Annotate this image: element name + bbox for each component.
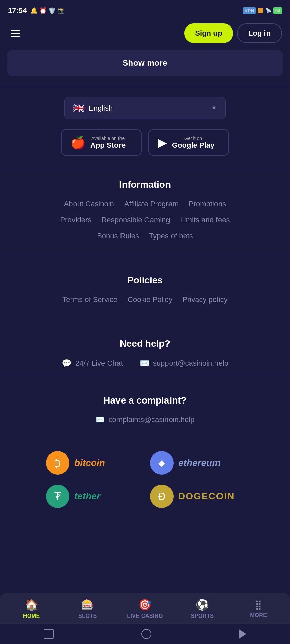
nav-header: Sign up Log in bbox=[0, 20, 290, 50]
link-bonus-rules[interactable]: Bonus Rules bbox=[97, 232, 139, 240]
bitcoin-icon: ₿ bbox=[46, 451, 69, 475]
link-cookie-policy[interactable]: Cookie Policy bbox=[128, 295, 172, 304]
support-email: support@casinoin.help bbox=[153, 359, 228, 368]
crypto-bitcoin: ₿ bitcoin bbox=[46, 451, 140, 475]
policies-title: Policies bbox=[7, 275, 283, 286]
link-responsible-gaming[interactable]: Responsible Gaming bbox=[101, 216, 170, 224]
complaint-section: Have a complaint? ✉️ complaints@casinoin… bbox=[0, 385, 290, 431]
crypto-dogecoin: Ð DOGECOIN bbox=[150, 485, 244, 508]
policies-section: Policies Terms of Service Cookie Policy … bbox=[0, 265, 290, 318]
wifi-icon: 📡 bbox=[265, 8, 271, 13]
notification-icons: 🔔 ⏰ 🛡️ 📸 bbox=[30, 7, 65, 14]
home-icon: 🏠 bbox=[25, 598, 38, 611]
link-providers[interactable]: Providers bbox=[60, 216, 91, 224]
hamburger-line-1 bbox=[11, 30, 20, 31]
flag-icon: 🇬🇧 bbox=[73, 103, 85, 114]
auth-buttons: Sign up Log in bbox=[184, 23, 282, 43]
divider-1 bbox=[0, 87, 290, 87]
help-section: Need help? 💬 24/7 Live Chat ✉️ support@c… bbox=[0, 328, 290, 375]
google-play-button[interactable]: ▶ Get it on Google Play bbox=[148, 129, 229, 156]
language-label: English bbox=[89, 104, 113, 113]
home-label: HOME bbox=[23, 613, 40, 619]
information-row-2: Providers Responsible Gaming Limits and … bbox=[7, 216, 283, 224]
link-affiliate-program[interactable]: Affiliate Program bbox=[124, 200, 179, 208]
hamburger-line-3 bbox=[11, 36, 20, 37]
language-dropdown[interactable]: 🇬🇧 English ▼ bbox=[64, 97, 226, 119]
google-play-text: Get it on Google Play bbox=[172, 136, 214, 150]
hamburger-menu[interactable] bbox=[8, 28, 23, 39]
chevron-down-icon: ▼ bbox=[211, 105, 217, 112]
more-label: MORE bbox=[250, 612, 267, 619]
hamburger-line-2 bbox=[11, 33, 20, 34]
chat-icon: 💬 bbox=[62, 359, 72, 368]
email-icon: ✉️ bbox=[140, 359, 150, 368]
sports-label: SPORTS bbox=[191, 613, 214, 619]
nav-item-more[interactable]: ⣿ MORE bbox=[242, 599, 275, 619]
crypto-tether: ₮ tether bbox=[46, 485, 140, 508]
link-types-of-bets[interactable]: Types of bets bbox=[149, 232, 193, 240]
divider-4 bbox=[0, 318, 290, 318]
system-nav-bar bbox=[0, 624, 290, 644]
information-title: Information bbox=[7, 179, 283, 190]
apple-store-label-large: App Store bbox=[90, 141, 126, 150]
system-back-square[interactable] bbox=[44, 629, 54, 639]
google-play-label-large: Google Play bbox=[172, 141, 214, 150]
tether-icon: ₮ bbox=[46, 485, 69, 508]
bottom-nav: 🏠 HOME 🎰 SLOTS 🎯 LIVE CASINO ⚽ SPORTS ⣿ … bbox=[0, 593, 290, 624]
live-chat-item[interactable]: 💬 24/7 Live Chat bbox=[62, 359, 123, 368]
apple-store-label-small: Available on the bbox=[90, 136, 126, 141]
live-chat-label: 24/7 Live Chat bbox=[75, 359, 123, 368]
slots-icon: 🎰 bbox=[81, 598, 94, 611]
show-more-section: Show more bbox=[0, 50, 290, 87]
battery-indicator: 94 bbox=[273, 7, 282, 14]
system-home-circle[interactable] bbox=[141, 629, 151, 639]
battery-value: 94 bbox=[275, 8, 280, 13]
complaint-title: Have a complaint? bbox=[7, 395, 283, 406]
crypto-ethereum: ◆ ethereum bbox=[150, 451, 244, 475]
crypto-section: ₿ bitcoin ◆ ethereum ₮ tether Ð DOGECOIN bbox=[0, 441, 290, 555]
show-more-button[interactable]: Show more bbox=[7, 50, 283, 76]
link-promotions[interactable]: Promotions bbox=[189, 200, 226, 208]
divider-3 bbox=[0, 255, 290, 255]
divider-2 bbox=[0, 169, 290, 169]
link-about-casinoin[interactable]: About Casinoin bbox=[64, 200, 114, 208]
ethereum-label: ethereum bbox=[178, 458, 221, 468]
system-back-arrow[interactable] bbox=[239, 629, 246, 639]
google-play-label-small: Get it on bbox=[172, 136, 214, 141]
tether-label: tether bbox=[74, 491, 100, 502]
help-contact-row: 💬 24/7 Live Chat ✉️ support@casinoin.hel… bbox=[7, 359, 283, 368]
ethereum-icon: ◆ bbox=[150, 451, 174, 475]
link-privacy-policy[interactable]: Privacy policy bbox=[182, 295, 227, 304]
nav-item-home[interactable]: 🏠 HOME bbox=[15, 598, 48, 619]
more-icon: ⣿ bbox=[255, 599, 262, 610]
time-display: 17:54 bbox=[8, 6, 27, 15]
language-section: 🇬🇧 English ▼ bbox=[0, 97, 290, 129]
information-row-1: About Casinoin Affiliate Program Promoti… bbox=[7, 200, 283, 208]
vpn-badge: VPN bbox=[243, 7, 256, 14]
signal-icon: 📶 bbox=[258, 8, 263, 13]
apple-store-button[interactable]: 🍎 Available on the App Store bbox=[61, 129, 142, 156]
status-bar: 17:54 🔔 ⏰ 🛡️ 📸 VPN 📶 📡 94 bbox=[0, 0, 290, 20]
complaint-email-icon: ✉️ bbox=[96, 415, 105, 424]
slots-label: SLOTS bbox=[78, 613, 97, 619]
apple-store-text: Available on the App Store bbox=[90, 136, 126, 150]
signup-button[interactable]: Sign up bbox=[184, 23, 233, 43]
dogecoin-label: DOGECOIN bbox=[178, 491, 235, 502]
login-button[interactable]: Log in bbox=[237, 23, 282, 43]
live-casino-icon: 🎯 bbox=[138, 598, 152, 611]
nav-item-sports[interactable]: ⚽ SPORTS bbox=[186, 598, 219, 619]
link-limits-fees[interactable]: Limits and fees bbox=[180, 216, 230, 224]
complaint-email-row: ✉️ complaints@casinoin.help bbox=[7, 415, 283, 424]
divider-6 bbox=[0, 431, 290, 431]
information-row-3: Bonus Rules Types of bets bbox=[7, 232, 283, 240]
help-title: Need help? bbox=[7, 338, 283, 349]
bitcoin-label: bitcoin bbox=[74, 458, 105, 468]
nav-item-slots[interactable]: 🎰 SLOTS bbox=[71, 598, 104, 619]
complaint-email-address: complaints@casinoin.help bbox=[109, 415, 195, 424]
nav-item-live-casino[interactable]: 🎯 LIVE CASINO bbox=[127, 598, 163, 619]
google-play-icon: ▶ bbox=[158, 136, 167, 150]
dogecoin-icon: Ð bbox=[150, 485, 174, 508]
link-terms-of-service[interactable]: Terms of Service bbox=[62, 295, 117, 304]
support-email-item[interactable]: ✉️ support@casinoin.help bbox=[140, 359, 228, 368]
live-casino-label: LIVE CASINO bbox=[127, 613, 163, 619]
